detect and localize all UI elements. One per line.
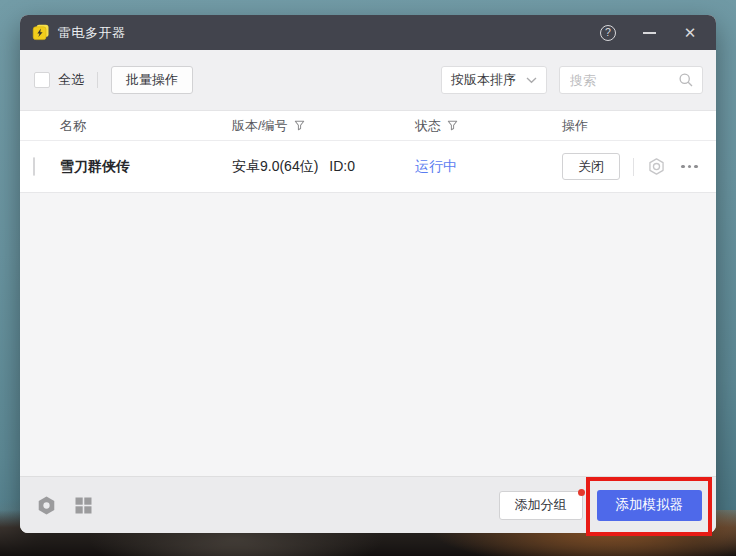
toolbar-divider (97, 72, 98, 88)
window-title: 雷电多开器 (58, 24, 126, 42)
instance-name: 雪刀群侠传 (60, 158, 232, 176)
column-header-version: 版本/编号 (232, 117, 415, 135)
titlebar-actions: ? ✕ (598, 23, 706, 43)
search-icon (678, 72, 694, 88)
app-window: 雷电多开器 ? ✕ 全选 批量操作 按版本排序 (20, 15, 716, 533)
select-all-checkbox[interactable] (34, 72, 50, 88)
batch-operations-button[interactable]: 批量操作 (111, 66, 193, 94)
close-icon[interactable]: ✕ (680, 23, 700, 43)
select-all-label: 全选 (58, 71, 84, 89)
sort-dropdown[interactable]: 按版本排序 (441, 66, 547, 94)
filter-funnel-icon[interactable] (294, 120, 305, 131)
list-empty-area (20, 193, 716, 476)
table-row: 雪刀群侠传 安卓9.0(64位) ID:0 运行中 关闭 (20, 141, 716, 193)
desktop-wallpaper: 雷电多开器 ? ✕ 全选 批量操作 按版本排序 (0, 0, 736, 556)
titlebar: 雷电多开器 ? ✕ (20, 15, 716, 50)
add-group-button[interactable]: 添加分组 (499, 491, 583, 520)
app-logo-icon (32, 24, 50, 41)
footer-actions: 添加分组 添加模拟器 (499, 490, 703, 521)
global-settings-icon[interactable] (36, 495, 57, 516)
search-input[interactable] (570, 73, 678, 88)
operations-divider (633, 158, 634, 176)
footer-bar: 添加分组 添加模拟器 (20, 476, 716, 533)
sort-dropdown-value: 按版本排序 (451, 71, 516, 89)
table-header: 名称 版本/编号 状态 操作 (20, 110, 716, 141)
column-header-actions: 操作 (562, 117, 716, 135)
grid-view-icon[interactable] (74, 496, 93, 515)
column-header-name: 名称 (60, 117, 232, 135)
column-header-status: 状态 (415, 117, 562, 135)
add-emulator-button[interactable]: 添加模拟器 (597, 490, 703, 521)
search-box (559, 66, 703, 94)
instance-id: ID:0 (329, 158, 355, 176)
close-instance-button[interactable]: 关闭 (562, 153, 620, 180)
row-checkbox[interactable] (33, 157, 35, 176)
instance-settings-icon[interactable] (647, 157, 666, 176)
help-icon[interactable]: ? (598, 23, 618, 43)
status-badge: 运行中 (415, 158, 562, 176)
instance-version: 安卓9.0(64位) ID:0 (232, 158, 415, 176)
minimize-icon[interactable] (639, 23, 659, 43)
more-options-icon[interactable] (681, 165, 698, 169)
toolbar-right: 按版本排序 (441, 66, 703, 94)
row-operations: 关闭 (562, 153, 716, 180)
notification-dot (578, 489, 585, 496)
filter-funnel-icon[interactable] (447, 120, 458, 131)
footer-icons (36, 495, 93, 516)
toolbar: 全选 批量操作 按版本排序 (20, 50, 716, 110)
chevron-down-icon (526, 77, 537, 84)
